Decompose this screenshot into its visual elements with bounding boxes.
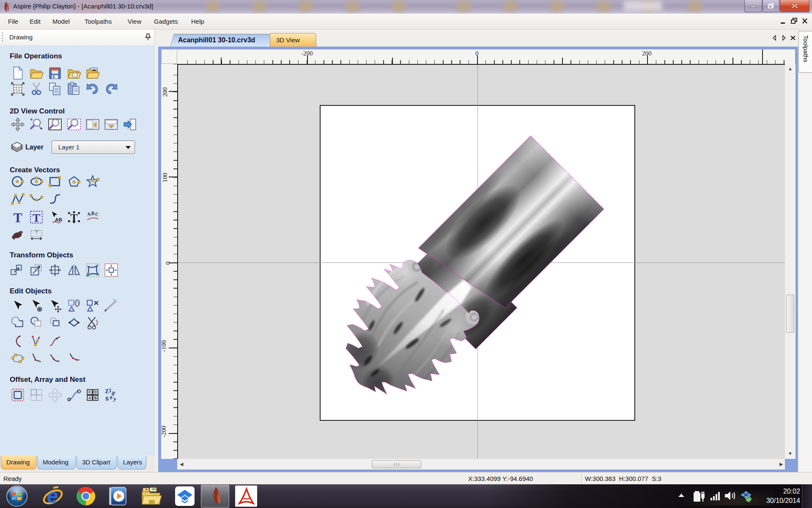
- svg-text:B: B: [94, 396, 97, 400]
- svg-text:?: ?: [35, 229, 38, 235]
- svg-text:C: C: [88, 390, 91, 394]
- svg-text:AB: AB: [55, 217, 62, 222]
- svg-text:Z: Z: [105, 388, 109, 395]
- svg-text:D: D: [94, 390, 97, 394]
- svg-text:B: B: [91, 211, 95, 216]
- svg-text:y: y: [113, 395, 117, 402]
- svg-text:e: e: [110, 394, 112, 400]
- svg-text:e: e: [47, 486, 58, 507]
- svg-text:A: A: [88, 396, 91, 400]
- svg-text:T: T: [13, 210, 22, 224]
- svg-text:T: T: [33, 211, 40, 224]
- svg-text:g: g: [104, 394, 109, 401]
- svg-text:C: C: [95, 211, 100, 218]
- svg-text:i: i: [110, 388, 111, 394]
